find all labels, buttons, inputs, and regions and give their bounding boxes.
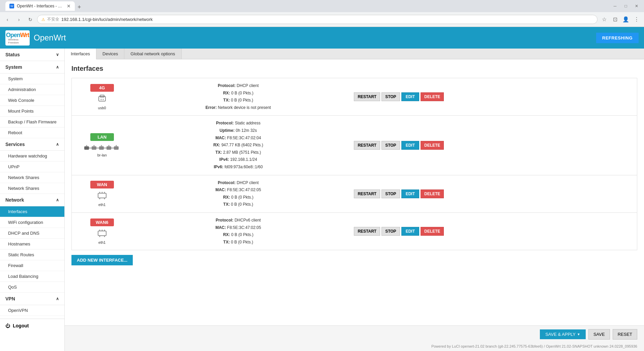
logo-wrt: Wrt bbox=[20, 32, 29, 39]
account-button[interactable]: 👤 bbox=[621, 15, 631, 24]
delete-lan-button[interactable]: DELETE bbox=[421, 141, 444, 150]
security-label: 不安全 bbox=[47, 17, 59, 22]
interface-wan6-device-label: eth1 bbox=[98, 240, 105, 244]
logo-open: Open bbox=[6, 32, 20, 39]
sidebar-item-network-shares-1[interactable]: Network Shares bbox=[0, 172, 64, 183]
interface-wan6-actions: RESTART STOP EDIT DELETE bbox=[344, 212, 637, 250]
menu-button[interactable]: ⋮ bbox=[632, 15, 641, 24]
sidebar-item-wifi[interactable]: WiFi configuration bbox=[0, 217, 64, 228]
sidebar-item-web-console[interactable]: Web Console bbox=[0, 95, 64, 106]
sidebar-item-qos[interactable]: QoS bbox=[0, 282, 64, 293]
stop-wan-button[interactable]: STOP bbox=[381, 189, 400, 198]
chevron-up-icon-network: ∧ bbox=[56, 198, 59, 202]
edit-lan-button[interactable]: EDIT bbox=[401, 141, 419, 150]
bookmark-button[interactable]: ☆ bbox=[600, 15, 609, 24]
sidebar-section-system-label: System bbox=[5, 64, 22, 70]
restart-wan6-button[interactable]: RESTART bbox=[354, 227, 380, 236]
reload-button[interactable]: ↻ bbox=[26, 15, 35, 24]
save-button[interactable]: SAVE bbox=[588, 329, 610, 340]
logo-area: Open Wrt Wireless Freedom OpenWrt bbox=[5, 30, 66, 46]
sidebar-item-upnp[interactable]: UPnP bbox=[0, 162, 64, 172]
sidebar-item-reboot[interactable]: Reboot bbox=[0, 127, 64, 138]
delete-wan6-button[interactable]: DELETE bbox=[421, 227, 444, 236]
browser-tab[interactable]: W OpenWrt - Interfaces - LuCI ✕ bbox=[5, 1, 75, 11]
tab-interfaces[interactable]: Interfaces bbox=[65, 49, 96, 59]
address-bar[interactable]: ⚠ 不安全 192.168.1.1/cgi-bin/luci/admin/net… bbox=[37, 15, 597, 24]
sidebar-item-backup-flash[interactable]: Backup / Flash Firmware bbox=[0, 117, 64, 127]
restart-4g-button[interactable]: RESTART bbox=[354, 92, 380, 101]
svg-rect-12 bbox=[114, 146, 119, 150]
delete-4g-button[interactable]: DELETE bbox=[421, 92, 444, 101]
interface-lan-info: Protocol: Static address Uptime: 0h 12m … bbox=[132, 116, 344, 175]
sidebar-item-static-routes[interactable]: Static Routes bbox=[0, 250, 64, 260]
table-row: LAN bbox=[72, 116, 637, 175]
interface-4g-cell: 4G usb0 bbox=[72, 78, 132, 116]
interface-lan-actions: RESTART STOP EDIT DELETE bbox=[344, 116, 637, 175]
tab-close-icon[interactable]: ✕ bbox=[67, 3, 71, 9]
sidebar-item-hostnames[interactable]: Hostnames bbox=[0, 239, 64, 250]
sidebar-item-openvpn[interactable]: OpenVPN bbox=[0, 305, 64, 316]
page-title: Interfaces bbox=[71, 65, 637, 72]
app-header: Open Wrt Wireless Freedom OpenWrt REFRES… bbox=[0, 27, 644, 49]
logout-label: Logout bbox=[13, 323, 29, 328]
stop-wan6-button[interactable]: STOP bbox=[381, 227, 400, 236]
footer-powered-by: Powered by LuCI openwrt-21.02 branch (gi… bbox=[65, 343, 644, 351]
add-interface-button[interactable]: ADD NEW INTERFACE... bbox=[71, 255, 133, 265]
svg-rect-8 bbox=[99, 146, 104, 150]
restart-lan-button[interactable]: RESTART bbox=[354, 141, 380, 150]
chevron-up-icon-services: ∧ bbox=[56, 142, 59, 147]
logout-icon: ⏻ bbox=[5, 323, 10, 328]
logo-subtitle: Wireless Freedom bbox=[8, 38, 27, 44]
split-view-button[interactable]: ⊡ bbox=[610, 15, 620, 24]
interface-wan-device-label: eth1 bbox=[98, 203, 105, 207]
back-button[interactable]: ‹ bbox=[3, 15, 12, 24]
edit-wan6-button[interactable]: EDIT bbox=[401, 227, 419, 236]
interface-wan6-cell: WAN6 bbox=[72, 212, 132, 250]
sidebar-section-status-label: Status bbox=[5, 52, 20, 57]
svg-point-13 bbox=[86, 145, 87, 146]
svg-point-14 bbox=[93, 145, 95, 146]
interface-wan6-info: Protocol: DHCPv6 client MAC: F8:5E:3C:47… bbox=[132, 212, 344, 250]
edit-4g-button[interactable]: EDIT bbox=[401, 92, 419, 101]
sidebar-section-vpn[interactable]: VPN ∧ bbox=[0, 293, 64, 305]
forward-button[interactable]: › bbox=[14, 15, 24, 24]
restart-wan-button[interactable]: RESTART bbox=[354, 189, 380, 198]
stop-4g-button[interactable]: STOP bbox=[381, 92, 400, 101]
maximize-button[interactable]: □ bbox=[621, 1, 631, 11]
tab-devices[interactable]: Devices bbox=[96, 49, 124, 59]
sidebar-item-hardware-watchdog[interactable]: Hardware watchdog bbox=[0, 151, 64, 162]
sidebar-section-network[interactable]: Network ∧ bbox=[0, 194, 64, 206]
edit-wan-button[interactable]: EDIT bbox=[401, 189, 419, 198]
sidebar-section-status[interactable]: Status ∨ bbox=[0, 49, 64, 61]
sidebar-item-interfaces[interactable]: Interfaces bbox=[0, 206, 64, 217]
logout-section[interactable]: ⏻ Logout bbox=[0, 319, 64, 332]
new-tab-button[interactable]: + bbox=[75, 4, 84, 11]
sidebar-item-firewall[interactable]: Firewall bbox=[0, 260, 64, 271]
svg-rect-1 bbox=[100, 95, 104, 97]
sidebar-section-system[interactable]: System ∧ bbox=[0, 61, 64, 74]
sidebar-item-mount-points[interactable]: Mount Points bbox=[0, 106, 64, 117]
svg-rect-6 bbox=[92, 146, 96, 150]
footer-bar: SAVE & APPLY ▼ SAVE RESET bbox=[65, 325, 644, 343]
refreshing-button[interactable]: REFRESHING bbox=[596, 33, 639, 43]
sidebar-item-network-shares-2[interactable]: Network Shares bbox=[0, 183, 64, 194]
sidebar-item-administration[interactable]: Administration bbox=[0, 84, 64, 95]
delete-wan-button[interactable]: DELETE bbox=[421, 189, 444, 198]
save-apply-button[interactable]: SAVE & APPLY ▼ bbox=[540, 329, 586, 339]
interface-wan-cell: WAN bbox=[72, 175, 132, 212]
interface-wan-badge: WAN bbox=[90, 181, 114, 188]
tab-global-network-options[interactable]: Global network options bbox=[124, 49, 181, 59]
lan-cable-icon bbox=[84, 143, 121, 152]
tab-favicon: W bbox=[9, 4, 14, 8]
close-window-button[interactable]: ✕ bbox=[632, 1, 641, 11]
interface-4g-badge: 4G bbox=[90, 84, 114, 92]
interface-lan-badge: LAN bbox=[90, 133, 114, 141]
sidebar-section-services[interactable]: Services ∧ bbox=[0, 138, 64, 151]
sidebar-item-load-balancing[interactable]: Load Balancing bbox=[0, 271, 64, 282]
reset-button[interactable]: RESET bbox=[613, 329, 637, 340]
minimize-button[interactable]: ─ bbox=[610, 1, 620, 11]
sidebar-item-system[interactable]: System bbox=[0, 74, 64, 84]
stop-lan-button[interactable]: STOP bbox=[381, 141, 400, 150]
interface-lan-icon-area: LAN bbox=[77, 133, 127, 157]
sidebar-item-dhcp-dns[interactable]: DHCP and DNS bbox=[0, 228, 64, 239]
